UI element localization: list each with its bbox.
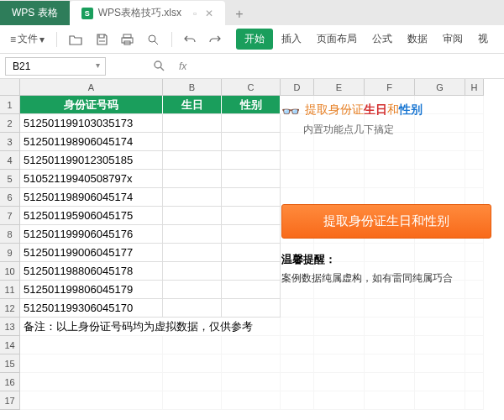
- cell[interactable]: [415, 299, 465, 318]
- cell[interactable]: [163, 391, 222, 410]
- cell[interactable]: 512501199906045176: [20, 225, 163, 244]
- cell[interactable]: [465, 354, 484, 373]
- search-icon[interactable]: [148, 56, 171, 76]
- col-header-A[interactable]: A: [20, 79, 163, 96]
- cell[interactable]: [314, 318, 365, 336]
- row-header[interactable]: 17: [0, 391, 20, 410]
- col-header-G[interactable]: G: [415, 79, 465, 96]
- cell[interactable]: [222, 114, 281, 133]
- cell[interactable]: [20, 373, 163, 391]
- cell[interactable]: [163, 354, 222, 373]
- cell[interactable]: [163, 170, 222, 188]
- cell[interactable]: [365, 391, 415, 410]
- cell[interactable]: [415, 336, 465, 354]
- cell[interactable]: 512501199006045177: [20, 244, 163, 262]
- redo-button[interactable]: [204, 31, 226, 48]
- col-header-E[interactable]: E: [314, 79, 365, 96]
- cell[interactable]: [222, 373, 281, 391]
- cell[interactable]: [415, 391, 465, 410]
- cell[interactable]: [465, 336, 484, 354]
- extract-button[interactable]: 提取身份证生日和性别: [281, 204, 491, 239]
- tab-insert[interactable]: 插入: [275, 29, 308, 50]
- cell[interactable]: [163, 281, 222, 299]
- row-header[interactable]: 8: [0, 225, 20, 244]
- row-header[interactable]: 5: [0, 170, 20, 188]
- cell[interactable]: [281, 373, 314, 391]
- fx-label[interactable]: fx: [179, 60, 186, 72]
- cell[interactable]: 51052119940508797x: [20, 170, 163, 188]
- row-header[interactable]: 2: [0, 114, 20, 133]
- row-header[interactable]: 4: [0, 151, 20, 170]
- cell[interactable]: 性别: [222, 96, 281, 114]
- cell[interactable]: [163, 151, 222, 170]
- cell[interactable]: [163, 207, 222, 225]
- undo-button[interactable]: [179, 31, 201, 48]
- cell[interactable]: [314, 391, 365, 410]
- cell[interactable]: 512501199806045179: [20, 281, 163, 299]
- col-header-H[interactable]: H: [465, 79, 484, 96]
- cell[interactable]: [163, 225, 222, 244]
- cell[interactable]: [163, 262, 222, 281]
- tab-layout[interactable]: 页面布局: [310, 29, 364, 50]
- cell[interactable]: [222, 354, 281, 373]
- col-header-C[interactable]: C: [222, 79, 281, 96]
- print-button[interactable]: [116, 30, 139, 49]
- cell[interactable]: [20, 336, 163, 354]
- cell[interactable]: 512501198906045174: [20, 188, 163, 207]
- cell[interactable]: [314, 299, 365, 318]
- cell[interactable]: [222, 281, 281, 299]
- row-header[interactable]: 3: [0, 133, 20, 151]
- cell[interactable]: 生日: [163, 96, 222, 114]
- cell[interactable]: [281, 299, 314, 318]
- cell[interactable]: [365, 318, 415, 336]
- cell[interactable]: [314, 373, 365, 391]
- tab-data[interactable]: 数据: [401, 29, 434, 50]
- cell[interactable]: [314, 336, 365, 354]
- cell[interactable]: [20, 391, 163, 410]
- tab-start[interactable]: 开始: [236, 29, 273, 50]
- cell[interactable]: [365, 373, 415, 391]
- cell[interactable]: [222, 244, 281, 262]
- cell[interactable]: [163, 373, 222, 391]
- preview-button[interactable]: [142, 30, 165, 49]
- row-header[interactable]: 12: [0, 299, 20, 318]
- select-all-corner[interactable]: [0, 79, 20, 96]
- tab-review[interactable]: 审阅: [436, 29, 470, 50]
- cell[interactable]: [465, 391, 484, 410]
- row-header[interactable]: 1: [0, 96, 20, 114]
- close-icon[interactable]: ✕: [205, 8, 213, 19]
- name-box[interactable]: B21: [5, 57, 106, 76]
- cell[interactable]: [415, 318, 465, 336]
- app-tab[interactable]: WPS 表格: [0, 1, 70, 25]
- cell[interactable]: [163, 133, 222, 151]
- cell[interactable]: [365, 336, 415, 354]
- cell[interactable]: 身份证号码: [20, 96, 163, 114]
- open-button[interactable]: [64, 30, 87, 49]
- cell[interactable]: 512501198806045178: [20, 262, 163, 281]
- cell[interactable]: [222, 170, 281, 188]
- tab-view[interactable]: 视: [471, 29, 495, 50]
- cell[interactable]: [222, 262, 281, 281]
- tab-formula[interactable]: 公式: [365, 29, 399, 50]
- cell[interactable]: [163, 114, 222, 133]
- cell[interactable]: [163, 299, 222, 318]
- menu-button[interactable]: ≡ 文件 ▾: [5, 29, 50, 50]
- cell[interactable]: [365, 354, 415, 373]
- cell[interactable]: [465, 299, 484, 318]
- cell[interactable]: [222, 225, 281, 244]
- cell[interactable]: 512501199306045170: [20, 299, 163, 318]
- cell[interactable]: [314, 354, 365, 373]
- cell[interactable]: [163, 336, 222, 354]
- cell[interactable]: [281, 336, 314, 354]
- cell[interactable]: [222, 336, 281, 354]
- note-cell[interactable]: 备注：以上身份证号码均为虚拟数据，仅供参考: [20, 318, 281, 336]
- cell[interactable]: [465, 373, 484, 391]
- cell[interactable]: [222, 207, 281, 225]
- new-tab-button[interactable]: +: [225, 3, 253, 25]
- cell[interactable]: [281, 318, 314, 336]
- save-button[interactable]: [91, 30, 113, 49]
- cell[interactable]: [465, 318, 484, 336]
- col-header-D[interactable]: D: [281, 79, 314, 96]
- cell[interactable]: [163, 188, 222, 207]
- window-mode-icon[interactable]: ▫: [193, 8, 197, 19]
